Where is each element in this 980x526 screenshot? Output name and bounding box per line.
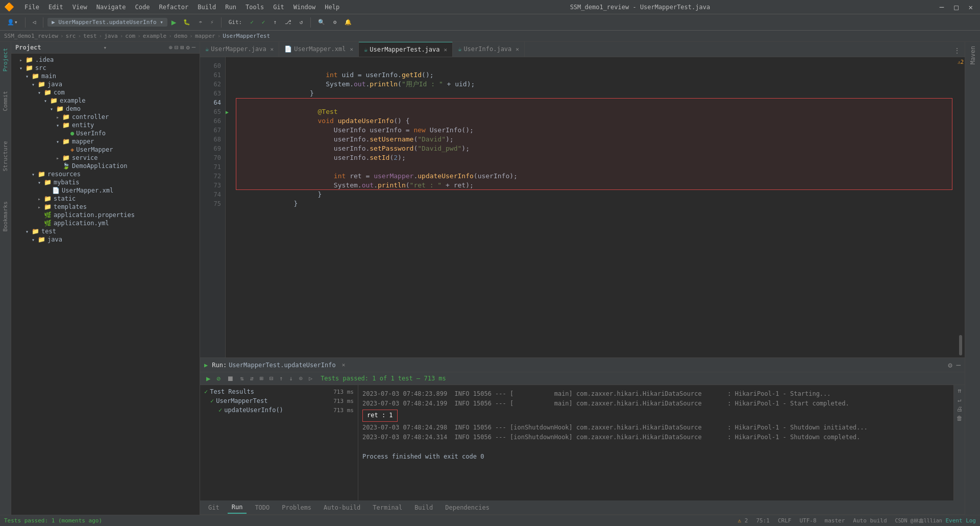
menu-view[interactable]: View: [68, 3, 91, 12]
breadcrumb-com[interactable]: com: [125, 33, 135, 39]
expand-all-icon[interactable]: ⊞: [180, 44, 184, 51]
notifications-btn[interactable]: 🔔: [341, 17, 355, 27]
run-tab-close[interactable]: ✕: [342, 362, 346, 368]
bottom-tab-problems[interactable]: Problems: [278, 502, 315, 513]
tree-item-test-java[interactable]: ▾ 📁 java: [11, 235, 200, 244]
breadcrumb-file[interactable]: UserMapperTest: [223, 33, 270, 39]
settings-icon[interactable]: ⚙: [948, 361, 952, 369]
git-branch-btn[interactable]: ⎇: [282, 17, 295, 27]
tree-item-usermapper[interactable]: ◈ UserMapper: [11, 146, 200, 154]
tree-item-entity[interactable]: ▾ 📁 entity: [11, 121, 200, 129]
breadcrumb-mapper[interactable]: mapper: [195, 33, 215, 39]
rerun-failed-button[interactable]: ⊘: [214, 374, 223, 384]
code-editor[interactable]: 60 61 62 63 64 65 66 67 68 69 70 71 72 7…: [200, 57, 965, 357]
tree-item-demo[interactable]: ▾ 📁 demo: [11, 105, 200, 113]
warning-count[interactable]: ⚠ 2: [738, 517, 748, 524]
profile-button[interactable]: ⚡: [207, 17, 217, 27]
toolbar-profile-icon[interactable]: 👤▾: [4, 17, 21, 27]
breadcrumb-src[interactable]: src: [66, 33, 76, 39]
event-log-label[interactable]: CSDN @林鑫lllian Event Log: [895, 517, 976, 524]
project-tree[interactable]: ▸ 📁 .idea ▾ 📁 src ▾ 📁 main: [11, 54, 200, 515]
minimize-panel-icon[interactable]: ─: [957, 361, 961, 369]
git-check2[interactable]: ✓: [259, 17, 268, 27]
left-tab-bookmarks[interactable]: Bookmarks: [1, 197, 10, 236]
tab-userinfo-java[interactable]: ☕ UserInfo.java ✕: [453, 42, 525, 57]
expand-all-btn[interactable]: ⊞: [258, 374, 265, 383]
test-class-item[interactable]: ✓ UserMapperTest 713 ms: [202, 396, 356, 405]
tree-item-main[interactable]: ▾ 📁 main: [11, 72, 200, 80]
tree-item-userinfo[interactable]: ● UserInfo: [11, 129, 200, 137]
tree-item-app-yml[interactable]: 🌿 application.yml: [11, 219, 200, 227]
tree-item-demoapplication[interactable]: 🍃 DemoApplication: [11, 162, 200, 170]
menu-navigate[interactable]: Navigate: [92, 3, 130, 12]
settings-tree-icon[interactable]: ⚙: [186, 44, 190, 51]
sort-alpha-btn[interactable]: ⇵: [248, 374, 256, 383]
prev-failure-btn[interactable]: ↑: [277, 374, 285, 383]
menu-build[interactable]: Build: [193, 3, 220, 12]
breadcrumb-root[interactable]: SSM_demo1_review: [4, 33, 58, 39]
breadcrumb-java[interactable]: java: [104, 33, 118, 39]
test-method-item[interactable]: ✓ updateUserInfo() 713 ms: [202, 405, 356, 415]
left-tab-project[interactable]: Project: [1, 44, 10, 76]
menu-git[interactable]: Git: [269, 3, 288, 12]
sort-duration-btn[interactable]: ⇅: [238, 374, 246, 383]
import-btn[interactable]: ⊙: [297, 374, 305, 383]
rerun-button[interactable]: ▶: [204, 373, 212, 384]
settings-btn[interactable]: ⚙: [330, 17, 340, 27]
locate-icon[interactable]: ⊕: [169, 44, 173, 51]
tab-close-icon[interactable]: ✕: [271, 46, 274, 53]
tree-item-example[interactable]: ▾ 📁 example: [11, 97, 200, 105]
tree-item-service[interactable]: ▸ 📁 service: [11, 154, 200, 162]
bottom-tab-dependencies[interactable]: Dependencies: [441, 502, 494, 513]
tree-item-java[interactable]: ▾ 📁 java: [11, 80, 200, 88]
tree-item-idea[interactable]: ▸ 📁 .idea: [11, 56, 200, 64]
console-soft-wrap-btn[interactable]: ↵: [958, 396, 961, 403]
menu-help[interactable]: Help: [321, 3, 344, 12]
menu-window[interactable]: Window: [289, 3, 320, 12]
test-results-root[interactable]: ✓ Test Results 713 ms: [202, 387, 356, 396]
toolbar-back-icon[interactable]: ◁: [30, 17, 39, 27]
tree-item-usermapper-xml[interactable]: 📄 UserMapper.xml: [11, 186, 200, 195]
collapse-all-btn[interactable]: ⊟: [267, 374, 275, 383]
encoding[interactable]: UTF-8: [799, 517, 816, 524]
code-content[interactable]: int uid = userInfo.getId(); System.out.p…: [236, 57, 957, 357]
breadcrumb-test[interactable]: test: [83, 33, 97, 39]
run-config-selector[interactable]: ▶ UserMapperTest.updateUserInfo ▾: [47, 18, 167, 27]
minimize-button[interactable]: ─: [937, 2, 947, 12]
tree-item-src[interactable]: ▾ 📁 src: [11, 64, 200, 72]
search-everywhere-btn[interactable]: 🔍: [315, 17, 328, 27]
git-check1[interactable]: ✓: [247, 17, 257, 27]
export-btn[interactable]: ▷: [307, 374, 314, 383]
tree-item-controller[interactable]: ▸ 📁 controller: [11, 113, 200, 121]
tree-item-mapper[interactable]: ▾ 📁 mapper: [11, 137, 200, 146]
tree-item-test[interactable]: ▾ 📁 test: [11, 227, 200, 235]
menu-file[interactable]: File: [20, 3, 43, 12]
run-button[interactable]: ▶: [169, 16, 179, 28]
tree-item-templates[interactable]: ▸ 📁 templates: [11, 203, 200, 211]
tree-item-mybatis[interactable]: ▾ 📁 mybatis: [11, 178, 200, 186]
breadcrumb-demo[interactable]: demo: [174, 33, 188, 39]
run-gutter-icon[interactable]: ▶: [226, 109, 229, 115]
next-failure-btn[interactable]: ↓: [287, 374, 295, 383]
console-scroll-top-btn[interactable]: ⇈: [958, 387, 961, 394]
bottom-tab-run[interactable]: Run: [228, 501, 247, 514]
breadcrumb-example[interactable]: example: [143, 33, 166, 39]
auto-build-label[interactable]: Auto build: [853, 517, 887, 524]
close-button[interactable]: ✕: [966, 2, 976, 12]
collapse-all-icon[interactable]: ⊟: [175, 44, 178, 51]
tab-close-icon[interactable]: ✕: [516, 46, 519, 53]
console-print-btn[interactable]: 🖨: [957, 405, 963, 413]
tree-item-app-properties[interactable]: 🌿 application.properties: [11, 211, 200, 219]
bottom-tab-git[interactable]: Git: [204, 502, 224, 513]
menu-run[interactable]: Run: [221, 3, 240, 12]
maximize-button[interactable]: □: [951, 2, 961, 12]
tab-close-icon[interactable]: ✕: [350, 46, 353, 53]
debug-button[interactable]: 🐛: [180, 17, 193, 27]
bottom-tab-todo[interactable]: TODO: [251, 502, 274, 513]
left-tab-commit[interactable]: Commit: [1, 87, 10, 115]
stop-button[interactable]: ⏹: [225, 373, 236, 384]
more-tabs-icon[interactable]: ⋮: [949, 44, 965, 57]
tab-usermapper-xml[interactable]: 📄 UserMapper.xml ✕: [279, 42, 359, 57]
bottom-tab-build[interactable]: Build: [410, 502, 437, 513]
run-tab-item[interactable]: Run: UserMapperTest.updateUserInfo: [212, 362, 335, 369]
